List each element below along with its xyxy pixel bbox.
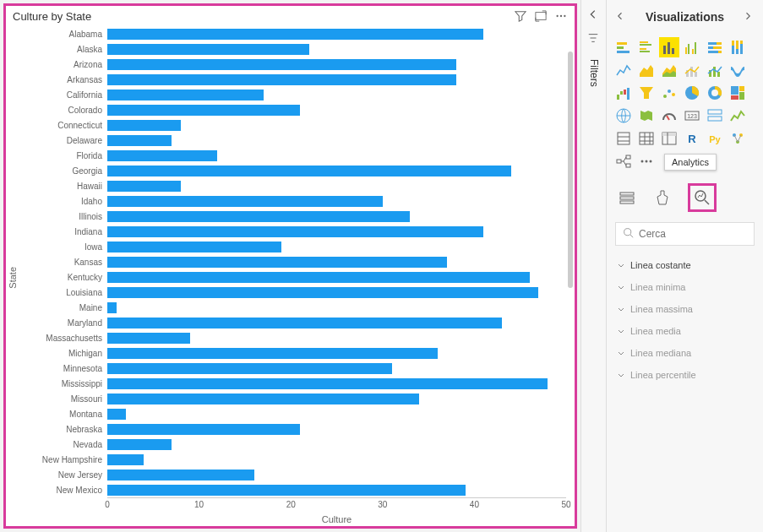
clustered-column-chart-icon[interactable] (682, 37, 702, 57)
bar[interactable] (107, 74, 456, 85)
bar[interactable] (107, 166, 511, 176)
line-chart-icon[interactable] (613, 60, 634, 80)
hundred-stacked-bar-icon[interactable] (705, 37, 725, 57)
card-icon[interactable]: 123 (682, 106, 702, 126)
r-visual-icon[interactable]: R (682, 128, 702, 149)
ribbon-chart-icon[interactable] (728, 60, 748, 80)
filter-icon[interactable] (514, 9, 527, 23)
stacked-area-chart-icon[interactable] (659, 60, 679, 80)
category-label: Massachusetts (19, 334, 107, 343)
bar[interactable] (107, 29, 483, 40)
accordion-item[interactable]: Linea mediana (607, 342, 763, 364)
matrix-icon[interactable] (659, 128, 679, 149)
python-visual-icon[interactable]: Py (705, 128, 725, 149)
bar[interactable] (107, 424, 300, 435)
bar[interactable] (107, 348, 438, 359)
bar[interactable] (107, 318, 502, 328)
category-label: Minnesota (19, 364, 107, 373)
bar[interactable] (107, 439, 172, 450)
bar[interactable] (107, 470, 254, 480)
map-icon[interactable] (613, 106, 634, 126)
svg-rect-12 (668, 42, 670, 54)
tooltip: Analytics (664, 154, 717, 171)
treemap-icon[interactable] (728, 83, 748, 103)
donut-chart-icon[interactable] (705, 83, 725, 103)
bar[interactable] (107, 181, 181, 192)
svg-rect-17 (695, 42, 696, 54)
bar[interactable] (107, 211, 410, 222)
bar[interactable] (107, 59, 456, 70)
svg-point-40 (663, 95, 667, 98)
svg-rect-16 (692, 49, 694, 54)
category-label: New Hampshire (19, 455, 107, 464)
hundred-stacked-column-icon[interactable] (728, 37, 748, 57)
bar[interactable] (107, 454, 144, 465)
bar[interactable] (107, 409, 126, 420)
format-tab-icon[interactable] (652, 187, 673, 208)
bar[interactable] (107, 378, 548, 389)
bar[interactable] (107, 242, 281, 252)
bar[interactable] (107, 226, 483, 237)
decomposition-tree-icon[interactable] (613, 151, 634, 171)
bar[interactable] (107, 105, 300, 116)
more-options-icon[interactable] (554, 9, 568, 23)
category-label: Illinois (19, 212, 107, 221)
y-axis-label: State (6, 267, 19, 289)
accordion-item[interactable]: Linea costante (607, 254, 763, 276)
clustered-bar-chart-icon[interactable] (636, 37, 657, 57)
analytics-tab-icon[interactable] (688, 183, 717, 212)
chart-scrollbar[interactable] (568, 52, 573, 288)
accordion-item[interactable]: Linea percentile (607, 364, 763, 386)
bar[interactable] (107, 90, 264, 100)
bar[interactable] (107, 196, 383, 207)
svg-point-42 (672, 93, 675, 96)
fields-tab-icon[interactable] (617, 187, 637, 208)
bar[interactable] (107, 150, 217, 161)
bar[interactable] (107, 272, 530, 283)
bar[interactable] (107, 302, 117, 313)
filters-label[interactable]: Filters (588, 59, 600, 87)
chevron-left-icon[interactable] (615, 11, 627, 23)
more-visuals-icon[interactable] (636, 151, 657, 171)
chevron-down-icon (617, 305, 625, 313)
bar[interactable] (107, 485, 466, 496)
focus-mode-icon[interactable] (534, 9, 548, 23)
filters-icon[interactable] (587, 32, 601, 46)
waterfall-chart-icon[interactable] (613, 83, 634, 103)
chevron-left-icon[interactable] (587, 8, 601, 22)
accordion-item[interactable]: Linea massima (607, 298, 763, 320)
slicer-icon[interactable] (613, 128, 634, 149)
chart-visual[interactable]: Culture by State State AlabamaAlaskaAriz… (3, 3, 577, 529)
stacked-bar-chart-icon[interactable] (613, 37, 634, 57)
svg-rect-37 (620, 91, 623, 95)
category-label: Arkansas (19, 75, 107, 84)
line-clustered-column-icon[interactable] (682, 60, 702, 80)
stacked-column-chart-icon[interactable] (659, 37, 679, 57)
bar[interactable] (107, 363, 392, 374)
search-input[interactable] (639, 228, 763, 240)
area-chart-icon[interactable] (636, 60, 657, 80)
bar[interactable] (107, 333, 190, 344)
kpi-icon[interactable] (728, 106, 748, 126)
filled-map-icon[interactable] (636, 106, 657, 126)
accordion-item[interactable]: Linea media (607, 320, 763, 342)
pie-chart-icon[interactable] (682, 83, 702, 103)
funnel-chart-icon[interactable] (636, 83, 657, 103)
bar[interactable] (107, 135, 172, 146)
bar[interactable] (107, 287, 538, 298)
svg-rect-72 (620, 201, 634, 204)
bar[interactable] (107, 394, 419, 404)
table-icon[interactable] (636, 128, 657, 149)
chevron-right-icon[interactable] (743, 11, 755, 23)
gauge-icon[interactable] (659, 106, 679, 126)
line-stacked-column-icon[interactable] (705, 60, 725, 80)
bar[interactable] (107, 120, 181, 131)
key-influencers-icon[interactable] (728, 128, 748, 149)
search-box[interactable] (615, 222, 755, 246)
scatter-chart-icon[interactable] (659, 83, 679, 103)
multi-row-card-icon[interactable] (705, 106, 725, 126)
bar[interactable] (107, 44, 309, 55)
accordion-item[interactable]: Linea minima (607, 276, 763, 298)
svg-rect-21 (713, 46, 722, 49)
bar[interactable] (107, 257, 447, 268)
